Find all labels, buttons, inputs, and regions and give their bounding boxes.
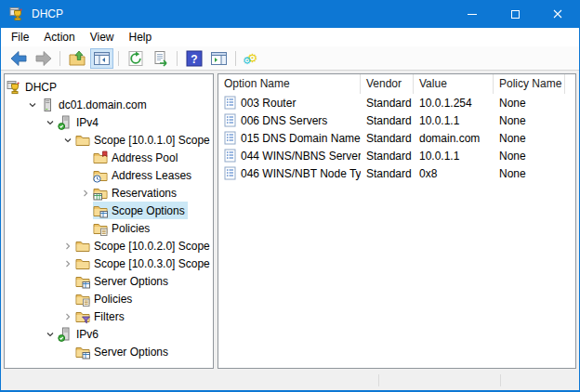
column-header-value[interactable]: Value (414, 74, 494, 94)
chevron-right-icon[interactable] (59, 259, 75, 268)
folder-icon (75, 133, 90, 148)
chevron-right-icon[interactable] (77, 189, 93, 198)
option-icon (223, 166, 237, 180)
option-row-044-wins-nbns-servers[interactable]: 044 WINS/NBNS ServersStandard10.0.1.1Non… (218, 147, 575, 164)
maximize-button[interactable] (494, 0, 536, 28)
tree-item-policies[interactable]: Policies (5, 290, 213, 307)
menu-help[interactable]: Help (122, 29, 160, 46)
tree-item-label: IPv6 (76, 328, 99, 341)
option-name-text: 046 WINS/NBT Node Type (241, 167, 361, 180)
details-rows: 003 RouterStandard10.0.1.254None006 DNS … (218, 94, 575, 182)
details-pane: Option Name Vendor Value Policy Name 003… (218, 73, 576, 369)
folder-icon (75, 256, 90, 271)
menu-action[interactable]: Action (36, 29, 82, 46)
gears-button[interactable]: ⚙⚙ (241, 48, 264, 69)
option-row-046-wins-nbt-node-type[interactable]: 046 WINS/NBT Node TypeStandard0x8None (218, 164, 575, 182)
tree-item-ipv4[interactable]: IPv4 (5, 113, 213, 131)
folder-pool-icon (93, 150, 108, 165)
folder-options-icon (75, 345, 90, 359)
column-header-option-name[interactable]: Option Name (218, 74, 361, 94)
tree-item-label: Filters (94, 310, 125, 323)
gears-icon: ⚙⚙ (247, 52, 258, 64)
tree-item-label: Server Options (94, 275, 168, 288)
tree-item-address-pool[interactable]: Address Pool (5, 149, 213, 166)
chevron-right-icon[interactable] (59, 312, 75, 321)
tree-item-server-options[interactable]: Server Options (5, 343, 213, 360)
dhcp-root-icon (7, 80, 21, 95)
vendor-cell: Standard (361, 150, 414, 163)
tree-item-address-leases[interactable]: Address Leases (5, 166, 213, 184)
forward-arrow-icon (34, 49, 53, 68)
folder-options-icon (93, 203, 108, 218)
column-header-filler (565, 74, 575, 94)
tree-item-label: dc01.domain.com (59, 98, 147, 111)
value-cell: 10.0.1.254 (414, 97, 494, 110)
show-console-tree-button[interactable] (90, 48, 113, 69)
toolbar: ? ⚙⚙ (1, 46, 579, 71)
tree-item-label: DHCP (25, 81, 57, 94)
close-icon (553, 9, 562, 19)
tree-item-server-options[interactable]: Server Options (5, 272, 213, 290)
value-cell: 10.0.1.1 (414, 150, 494, 163)
menu-view[interactable]: View (83, 29, 122, 46)
tree-item-reservations[interactable]: Reservations (5, 184, 213, 202)
folder-grid-icon (93, 186, 108, 201)
help-button[interactable]: ? (182, 48, 205, 69)
option-row-006-dns-servers[interactable]: 006 DNS ServersStandard10.0.1.1None (218, 111, 575, 129)
folder-options-icon (75, 274, 90, 289)
tree-item-dc01-domain-com[interactable]: dc01.domain.com (5, 96, 213, 113)
up-one-level-icon (69, 50, 86, 67)
console-tree: DHCPdc01.domain.comIPv4Scope [10.0.1.0] … (4, 73, 214, 369)
content-area: DHCPdc01.domain.comIPv4Scope [10.0.1.0] … (1, 71, 579, 371)
tree-item-filters[interactable]: Filters (5, 307, 213, 325)
value-cell: 0x8 (414, 167, 494, 180)
server-check-icon (58, 115, 72, 130)
refresh-button[interactable] (124, 48, 147, 69)
tree-item-scope-10-0-1-0-scope-1[interactable]: Scope [10.0.1.0] Scope 1 (5, 131, 213, 149)
back-button[interactable] (7, 48, 30, 69)
option-name-text: 015 DNS Domain Name (241, 132, 361, 145)
show-action-pane-button[interactable] (207, 48, 231, 69)
chevron-down-icon[interactable] (59, 136, 75, 145)
tree-item-dhcp[interactable]: DHCP (5, 78, 213, 96)
tree-item-label: Policies (94, 293, 132, 306)
details-header: Option Name Vendor Value Policy Name (218, 74, 575, 94)
option-icon (223, 131, 237, 145)
toolbar-separator (235, 51, 236, 66)
vendor-cell: Standard (361, 132, 414, 145)
chevron-down-icon[interactable] (42, 118, 58, 127)
console-tree-icon (93, 50, 111, 67)
value-cell: 10.0.1.1 (414, 114, 494, 127)
tree-item-scope-10-0-2-0-scope-2[interactable]: Scope [10.0.2.0] Scope 2 (5, 237, 213, 255)
option-row-003-router[interactable]: 003 RouterStandard10.0.1.254None (218, 94, 575, 111)
window-title: DHCP (32, 7, 63, 20)
status-bar (1, 371, 579, 390)
tree-item-policies[interactable]: Policies (5, 219, 213, 237)
chevron-down-icon[interactable] (42, 330, 58, 339)
chevron-right-icon[interactable] (59, 242, 75, 251)
forward-button[interactable] (32, 48, 55, 69)
tree-item-label: Server Options (94, 346, 168, 359)
tree-item-label: Policies (112, 222, 150, 235)
window-controls (451, 0, 579, 28)
tree-item-scope-10-0-3-0-scope-3[interactable]: Scope [10.0.3.0] Scope 3 (5, 255, 213, 272)
chevron-down-icon[interactable] (24, 100, 40, 110)
option-icon (223, 113, 237, 127)
policy-cell: None (494, 114, 565, 127)
column-header-policy-name[interactable]: Policy Name (494, 74, 565, 94)
tree-item-scope-options[interactable]: Scope Options (5, 202, 213, 219)
back-arrow-icon (9, 49, 28, 68)
up-one-level-button[interactable] (65, 48, 88, 69)
close-button[interactable] (536, 0, 579, 28)
option-name-cell: 003 Router (218, 96, 361, 110)
export-list-button[interactable] (149, 48, 172, 69)
dhcp-console-window: DHCP File Action View Help (0, 0, 580, 392)
status-bar-separator (378, 374, 379, 386)
column-header-vendor[interactable]: Vendor (361, 74, 414, 94)
tree-item-ipv6[interactable]: IPv6 (5, 325, 213, 343)
tree-item-label: Address Leases (112, 169, 191, 182)
minimize-button[interactable] (451, 0, 494, 28)
menu-file[interactable]: File (4, 29, 36, 46)
option-row-015-dns-domain-name[interactable]: 015 DNS Domain NameStandarddomain.comNon… (218, 129, 575, 147)
tree-item-label: Address Pool (112, 151, 178, 164)
